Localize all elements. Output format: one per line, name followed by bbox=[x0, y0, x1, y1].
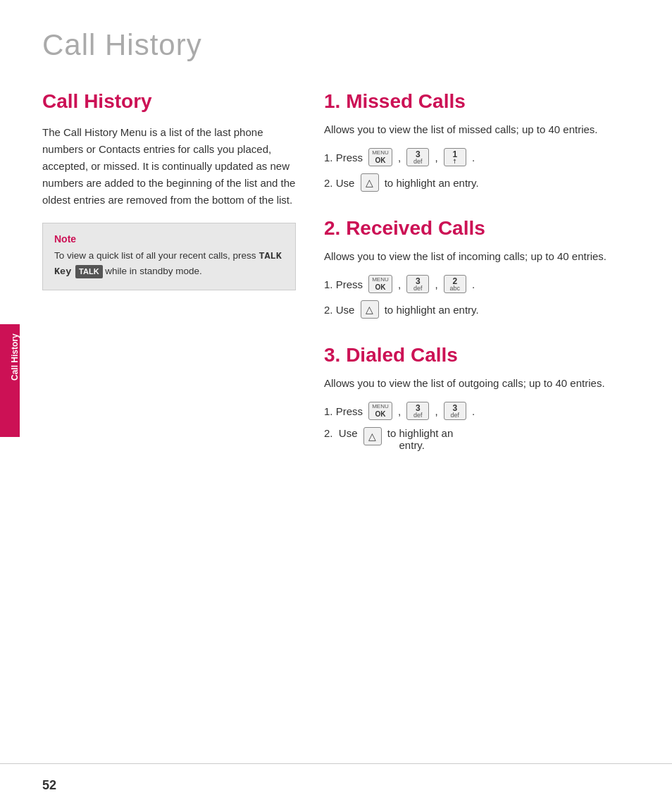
2abc-key: 2 abc bbox=[444, 275, 466, 293]
comma1r: , bbox=[395, 278, 404, 290]
page-header: Call History bbox=[0, 0, 672, 76]
dialed-calls-step2: 2. Use △ to highlight an entry. bbox=[324, 427, 630, 451]
missed-calls-title: 1. Missed Calls bbox=[324, 90, 630, 113]
sidebar-label: Call History bbox=[10, 333, 20, 381]
right-column: 1. Missed Calls Allows you to view the l… bbox=[324, 90, 630, 476]
page-number: 52 bbox=[42, 778, 56, 792]
left-column: Call History The Call History Menu is a … bbox=[42, 90, 296, 476]
3def-key-2: 3 def bbox=[406, 275, 429, 293]
step1r-text: 1. Press bbox=[324, 278, 366, 290]
menu-ok-key-3: MENU OK bbox=[368, 402, 392, 420]
left-body-text: The Call History Menu is a list of the l… bbox=[42, 124, 296, 209]
period1r: . bbox=[469, 278, 475, 290]
main-content: Call History The Call History Menu is a … bbox=[0, 76, 672, 505]
note-box: Note To view a quick list of all your re… bbox=[42, 223, 296, 290]
received-calls-step2: 2. Use △ to highlight an entry. bbox=[324, 300, 630, 319]
menu-ok-key-1: MENU OK bbox=[368, 148, 392, 166]
step2-text2: to highlight an entry. bbox=[382, 177, 479, 189]
3def-key-3: 3 def bbox=[406, 402, 429, 420]
period1d: . bbox=[469, 405, 475, 417]
note-text: To view a quick list of all your recent … bbox=[54, 249, 284, 280]
comma1d: , bbox=[395, 405, 404, 417]
1-key-1: 1 ☨ bbox=[444, 148, 466, 166]
missed-calls-desc: Allows you to view the list of missed ca… bbox=[324, 121, 630, 138]
missed-calls-step1: 1. Press MENU OK , 3 def , 1 ☨ . bbox=[324, 148, 630, 166]
step2d-text2: to highlight an entry. bbox=[385, 427, 454, 451]
section-missed-calls: 1. Missed Calls Allows you to view the l… bbox=[324, 90, 630, 192]
note-label: Note bbox=[54, 233, 284, 245]
section-received-calls: 2. Received Calls Allows you to view the… bbox=[324, 217, 630, 319]
talk-key-badge: TALK bbox=[75, 265, 103, 278]
3def-key-4: 3 def bbox=[444, 402, 466, 420]
step2r-text1: 2. Use bbox=[324, 304, 358, 316]
dialed-calls-desc: Allows you to view the list of outgoing … bbox=[324, 375, 630, 392]
3def-key-1: 3 def bbox=[406, 148, 429, 166]
note-text-part1: To view a quick list of all your recent … bbox=[54, 250, 259, 261]
step2r-text2: to highlight an entry. bbox=[382, 304, 479, 316]
comma2: , bbox=[432, 152, 441, 164]
section-dialed-calls: 3. Dialed Calls Allows you to view the l… bbox=[324, 344, 630, 451]
nav-key-1: △ bbox=[361, 173, 379, 192]
step1d-text: 1. Press bbox=[324, 405, 366, 417]
comma2d: , bbox=[432, 405, 441, 417]
left-section-title: Call History bbox=[42, 90, 296, 113]
received-calls-step1: 1. Press MENU OK , 3 def , 2 abc . bbox=[324, 275, 630, 293]
step1-text: 1. Press bbox=[324, 152, 366, 164]
menu-ok-key-2: MENU OK bbox=[368, 275, 392, 293]
dialed-calls-step1: 1. Press MENU OK , 3 def , 3 def . bbox=[324, 402, 630, 420]
missed-calls-step2: 2. Use △ to highlight an entry. bbox=[324, 173, 630, 192]
nav-key-3: △ bbox=[363, 427, 382, 445]
comma2r: , bbox=[432, 278, 441, 290]
step2-text1: 2. Use bbox=[324, 177, 358, 189]
page-header-title: Call History bbox=[42, 28, 202, 61]
received-calls-desc: Allows you to view the list of incoming … bbox=[324, 248, 630, 265]
period1: . bbox=[469, 152, 475, 164]
comma1: , bbox=[395, 152, 404, 164]
dialed-calls-title: 3. Dialed Calls bbox=[324, 344, 630, 366]
note-text-part2: while in standby mode. bbox=[105, 266, 201, 276]
nav-key-2: △ bbox=[361, 300, 379, 319]
step2d-text1: 2. Use bbox=[324, 427, 361, 439]
bottom-area: 52 bbox=[0, 763, 672, 807]
received-calls-title: 2. Received Calls bbox=[324, 217, 630, 240]
